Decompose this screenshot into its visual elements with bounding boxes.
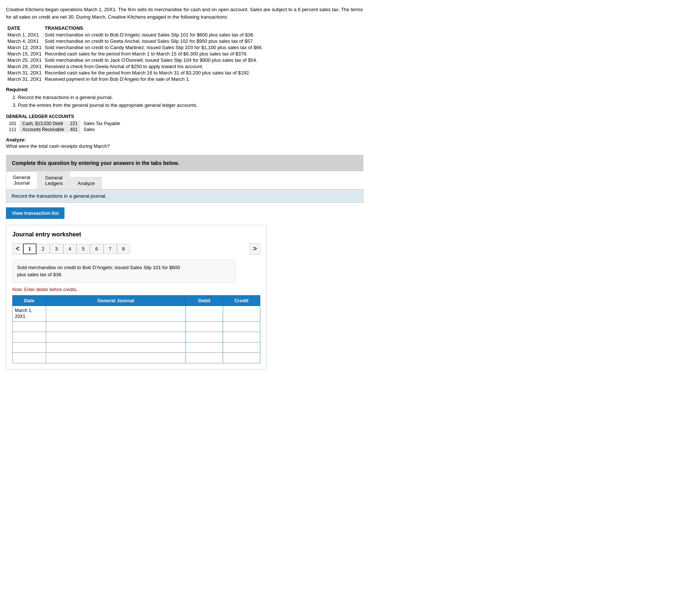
date-7: March 31, 20X1: [6, 70, 43, 76]
worksheet-container: Journal entry worksheet < 1 2 3 4 5 6 7 …: [6, 225, 267, 370]
col-header-journal: General Journal: [46, 295, 186, 306]
ledger-title: GENERAL LEDGER ACCOUNTS: [6, 114, 363, 119]
desc-2: Sold merchandise on credit to Geeta Anch…: [43, 38, 264, 44]
row2-date: [13, 322, 46, 332]
row5-debit[interactable]: [186, 353, 223, 363]
row3-debit-input[interactable]: [188, 334, 220, 340]
desc-6: Received a check from Geeta Anchal of $2…: [43, 63, 264, 70]
page-btn-4[interactable]: 4: [63, 244, 77, 254]
date-8: March 31, 20X1: [6, 76, 43, 82]
page-navigation: < 1 2 3 4 5 6 7 8 >: [12, 243, 260, 255]
page-btn-6[interactable]: 6: [90, 244, 104, 254]
desc-3: Sold merchandise on credit to Candy Mart…: [43, 44, 264, 51]
tab-content: Record the transactions in a general jou…: [6, 189, 363, 203]
ledger-code-111: 111: [6, 127, 19, 133]
worksheet-title: Journal entry worksheet: [12, 231, 260, 238]
row4-debit[interactable]: [186, 342, 223, 353]
ledger-name-401: Sales: [80, 127, 123, 133]
table-row: March 1,20X1: [13, 306, 260, 322]
col-header-debit: Debit: [186, 295, 223, 306]
date-1: March 1, 20X1: [6, 32, 43, 38]
row3-date: [13, 332, 46, 342]
row1-journal[interactable]: [46, 306, 186, 322]
row4-journal-input[interactable]: [48, 345, 183, 350]
required-title: Required:: [6, 87, 363, 92]
row5-credit-input[interactable]: [225, 355, 258, 361]
row4-credit[interactable]: [223, 342, 260, 353]
row1-debit[interactable]: [186, 306, 223, 322]
date-4: March 15, 20X1: [6, 51, 43, 57]
row3-credit-input[interactable]: [225, 334, 258, 340]
view-transaction-button[interactable]: View transaction list: [6, 207, 64, 219]
row1-journal-input[interactable]: [48, 311, 183, 316]
page-btn-1[interactable]: 1: [23, 243, 36, 254]
page-btn-8[interactable]: 8: [117, 244, 130, 254]
col-header-date: Date: [13, 295, 46, 306]
ledger-code-101: 101: [6, 121, 19, 127]
transaction-description: Sold merchandise on credit to Bob D'Ange…: [12, 260, 236, 283]
row1-date: March 1,20X1: [13, 306, 46, 322]
row3-debit[interactable]: [186, 332, 223, 342]
page-btn-7[interactable]: 7: [104, 244, 117, 254]
ledger-code-221: 221: [67, 121, 80, 127]
desc-7: Recorded cash sales for the period from …: [43, 70, 264, 76]
row2-debit[interactable]: [186, 322, 223, 332]
desc-5: Sold merchandise on credit to Jack O'Don…: [43, 57, 264, 63]
ledger-code-401: 401: [67, 127, 80, 133]
required-section: Required: Record the transactions in a g…: [6, 87, 363, 109]
row1-credit-input[interactable]: [225, 311, 258, 316]
ledger-section: GENERAL LEDGER ACCOUNTS 101 Cash, $13,03…: [6, 114, 363, 133]
row3-journal-input[interactable]: [48, 334, 183, 340]
row3-journal[interactable]: [46, 332, 186, 342]
ledger-name-101: Cash, $13,030 Debit: [19, 121, 67, 127]
row5-credit[interactable]: [223, 353, 260, 363]
table-row: [13, 322, 260, 332]
complete-banner: Complete this question by entering your …: [6, 155, 363, 171]
analyze-question: What were the total cash receipts during…: [6, 143, 363, 149]
next-page-arrow[interactable]: >: [249, 243, 260, 255]
row4-date: [13, 342, 46, 353]
row2-credit-input[interactable]: [225, 324, 258, 329]
tab-analyze[interactable]: Analyze: [70, 177, 102, 189]
journal-table: Date General Journal Debit Credit March …: [12, 295, 260, 364]
ledger-name-221: Sales Tax Payable: [80, 121, 123, 127]
row4-journal[interactable]: [46, 342, 186, 353]
ledger-name-111: Accounts Receivable: [19, 127, 67, 133]
table-row: [13, 353, 260, 363]
row4-credit-input[interactable]: [225, 345, 258, 350]
row2-credit[interactable]: [223, 322, 260, 332]
tab-instruction: Record the transactions in a general jou…: [12, 193, 106, 199]
col-header-credit: Credit: [223, 295, 260, 306]
required-item-2: Record the transactions in a general jou…: [18, 94, 363, 102]
analyze-section: Analyze: What were the total cash receip…: [6, 137, 363, 149]
date-header: DATE: [6, 25, 43, 32]
row1-debit-input[interactable]: [188, 311, 220, 316]
note-text: Note: Enter debits before credits.: [12, 287, 260, 292]
tabs-row: General Journal General Ledgers Analyze: [6, 171, 363, 189]
row2-journal[interactable]: [46, 322, 186, 332]
table-row: [13, 332, 260, 342]
desc-8: Received payment in full from Bob D'Ange…: [43, 76, 264, 82]
transactions-header: TRANSACTIONS: [43, 25, 264, 32]
row5-debit-input[interactable]: [188, 355, 220, 361]
prev-page-arrow[interactable]: <: [12, 243, 23, 255]
row5-journal-input[interactable]: [48, 355, 183, 361]
tabs-container: General Journal General Ledgers Analyze …: [6, 171, 363, 203]
transactions-section: DATE TRANSACTIONS March 1, 20X1 Sold mer…: [6, 25, 363, 82]
page-btn-5[interactable]: 5: [77, 244, 90, 254]
row1-credit[interactable]: [223, 306, 260, 322]
tab-general-journal[interactable]: General Journal: [6, 171, 37, 189]
page-btn-3[interactable]: 3: [50, 244, 63, 254]
tab-general-ledgers[interactable]: General Ledgers: [38, 172, 70, 189]
row5-journal[interactable]: [46, 353, 186, 363]
row2-debit-input[interactable]: [188, 324, 220, 329]
row3-credit[interactable]: [223, 332, 260, 342]
date-6: March 28, 20X1: [6, 63, 43, 70]
table-row: [13, 342, 260, 353]
page-btn-2[interactable]: 2: [36, 244, 50, 254]
row2-journal-input[interactable]: [48, 324, 183, 329]
required-item-3: Post the entries from the general journa…: [18, 102, 363, 109]
row4-debit-input[interactable]: [188, 345, 220, 350]
desc-1: Sold merchandise on credit to Bob D'Ange…: [43, 32, 264, 38]
date-3: March 12, 20X1: [6, 44, 43, 51]
